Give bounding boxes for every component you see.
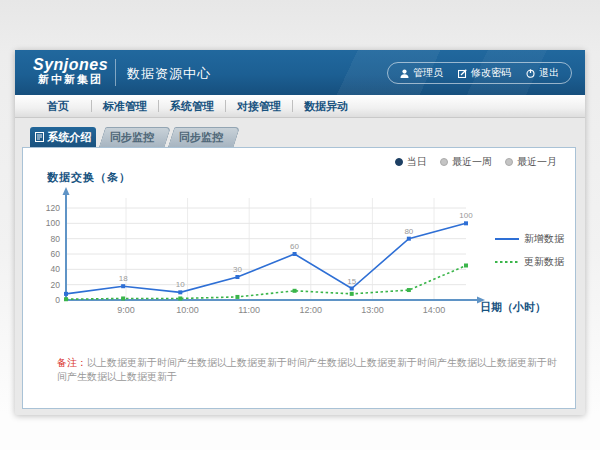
- main-nav: 首页 标准管理 系统管理 对接管理 数据异动: [15, 95, 585, 118]
- svg-text:10:00: 10:00: [176, 305, 199, 315]
- document-icon: [35, 132, 44, 142]
- svg-text:100: 100: [459, 211, 473, 220]
- svg-text:60: 60: [290, 242, 299, 251]
- tab-label: 同步监控: [179, 130, 223, 145]
- page-title: 数据资源中心: [127, 65, 211, 83]
- tab-label: 系统介绍: [48, 130, 92, 145]
- nav-item-home[interactable]: 首页: [25, 99, 91, 114]
- logo-divider: [115, 59, 116, 86]
- svg-text:0: 0: [55, 295, 60, 305]
- tab-label: 同步监控: [110, 130, 154, 145]
- header-bar: Synjones 新中新集团 数据资源中心 管理员 修改密码: [15, 50, 585, 95]
- user-name[interactable]: 管理员: [400, 66, 443, 80]
- logo: Synjones 新中新集团: [33, 56, 108, 86]
- svg-text:18: 18: [119, 274, 128, 283]
- svg-text:11:00: 11:00: [238, 305, 260, 315]
- legend-label: 新增数据: [524, 232, 564, 246]
- svg-text:10: 10: [176, 280, 185, 289]
- change-password-button[interactable]: 修改密码: [458, 66, 511, 80]
- logo-text-cn: 新中新集团: [33, 73, 108, 86]
- range-option-label: 最近一月: [517, 155, 557, 169]
- legend-label: 更新数据: [524, 255, 564, 269]
- svg-text:13:00: 13:00: [361, 305, 384, 315]
- svg-text:20: 20: [51, 280, 61, 290]
- nav-item-standard-mgmt[interactable]: 标准管理: [92, 99, 158, 114]
- logout-button[interactable]: 退出: [526, 66, 559, 80]
- range-option-last-month[interactable]: 最近一月: [505, 155, 557, 169]
- range-option-today[interactable]: 当日: [395, 155, 427, 169]
- svg-text:120: 120: [46, 203, 60, 213]
- svg-text:30: 30: [233, 265, 242, 274]
- tab-sync-monitor-2[interactable]: 同步监控: [168, 127, 234, 147]
- legend-item-new-data: 新增数据: [495, 232, 564, 246]
- dotted-line-icon: [495, 259, 519, 265]
- footnote-label: 备注：: [57, 357, 87, 368]
- user-name-label: 管理员: [413, 66, 443, 80]
- range-option-label: 当日: [407, 155, 427, 169]
- line-chart: 9:0010:0011:0012:0013:0014:0002040608010…: [43, 184, 558, 319]
- app-window: Synjones 新中新集团 数据资源中心 管理员 修改密码: [15, 50, 585, 415]
- solid-line-icon: [495, 236, 519, 242]
- x-axis-title: 日期（小时）: [480, 301, 546, 314]
- svg-text:80: 80: [404, 227, 413, 236]
- radio-selected-icon: [395, 158, 403, 166]
- svg-text:40: 40: [51, 264, 61, 274]
- svg-text:12:00: 12:00: [300, 305, 323, 315]
- nav-item-interface-mgmt[interactable]: 对接管理: [226, 99, 292, 114]
- svg-text:15: 15: [347, 277, 356, 286]
- date-range-options: 当日 最近一周 最近一月: [395, 155, 557, 169]
- nav-item-system-mgmt[interactable]: 系统管理: [159, 99, 225, 114]
- svg-text:80: 80: [51, 234, 61, 244]
- y-axis-title: 数据交换（条）: [47, 170, 131, 185]
- logo-text-en: Synjones: [33, 56, 108, 73]
- svg-text:100: 100: [46, 218, 60, 228]
- footnote-text: 以上数据更新于时间产生数据以上数据更新于时间产生数据以上数据更新于时间产生数据以…: [57, 357, 557, 382]
- range-option-last-week[interactable]: 最近一周: [440, 155, 492, 169]
- radio-icon: [440, 158, 448, 166]
- user-icon: [400, 69, 409, 78]
- logout-label: 退出: [539, 66, 559, 80]
- svg-text:14:00: 14:00: [423, 305, 446, 315]
- svg-text:9:00: 9:00: [117, 305, 135, 315]
- footnote: 备注：以上数据更新于时间产生数据以上数据更新于时间产生数据以上数据更新于时间产生…: [57, 356, 559, 384]
- nav-item-data-change[interactable]: 数据异动: [293, 99, 359, 114]
- power-icon: [526, 69, 535, 78]
- radio-icon: [505, 158, 513, 166]
- change-password-label: 修改密码: [471, 66, 511, 80]
- tab-bar: 系统介绍 同步监控 同步监控: [30, 127, 234, 147]
- tab-system-intro[interactable]: 系统介绍: [30, 127, 96, 147]
- tab-sync-monitor-1[interactable]: 同步监控: [99, 127, 165, 147]
- edit-icon: [458, 69, 467, 78]
- svg-text:60: 60: [51, 249, 61, 259]
- range-option-label: 最近一周: [452, 155, 492, 169]
- content-panel: 当日 最近一周 最近一月 数据交换（条） 9:0010:0011:0012:00…: [22, 147, 576, 409]
- legend-item-updated-data: 更新数据: [495, 255, 564, 269]
- chart-legend: 新增数据 更新数据: [495, 232, 564, 269]
- user-menu: 管理员 修改密码 退出: [387, 62, 572, 84]
